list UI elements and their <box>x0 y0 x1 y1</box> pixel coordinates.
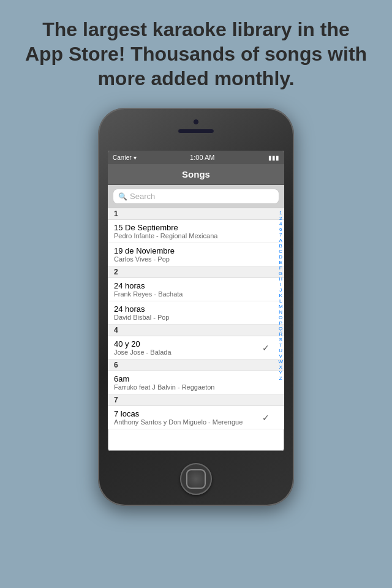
index-letter[interactable]: L <box>278 299 283 304</box>
status-time: 1:00 AM <box>190 154 214 161</box>
speaker-slot <box>178 129 214 134</box>
wifi-icon: ▾ <box>134 154 137 161</box>
phone-mockup: Carrier ▾ 1:00 AM ▮▮▮ Songs 🔍 Search <box>98 108 294 506</box>
song-title: 24 horas <box>114 304 278 314</box>
song-title: 6am <box>114 374 278 383</box>
index-letter[interactable]: W <box>278 360 283 364</box>
index-letter[interactable]: I <box>278 282 283 287</box>
section-header-1: 1 <box>108 208 284 220</box>
home-button-inner <box>186 469 206 489</box>
status-bar: Carrier ▾ 1:00 AM ▮▮▮ <box>108 151 284 164</box>
index-letter[interactable]: U <box>278 349 283 353</box>
song-list: 1 15 De Septiembre Pedro Infante - Regio… <box>108 208 284 429</box>
list-item[interactable]: 6am Farruko feat J Balvin - Reggaeton <box>108 371 284 394</box>
index-letter[interactable]: R <box>278 332 283 337</box>
index-letter[interactable]: Z <box>278 376 283 381</box>
index-letter[interactable]: 4 <box>278 222 283 227</box>
index-letter[interactable]: 2 <box>278 216 283 221</box>
phone-screen: Carrier ▾ 1:00 AM ▮▮▮ Songs 🔍 Search <box>108 151 284 451</box>
checkmark-icon: ✓ <box>262 343 270 353</box>
index-letter[interactable]: J <box>278 288 283 293</box>
index-letter[interactable]: M <box>278 304 283 309</box>
index-letter[interactable]: Q <box>278 326 283 331</box>
song-title: 24 horas <box>114 281 278 290</box>
alphabet-index[interactable]: 1 2 4 6 7 A B C D E F G H I J <box>278 208 283 451</box>
index-letter[interactable]: O <box>278 315 283 320</box>
song-subtitle: Jose Jose - Balada <box>114 349 278 356</box>
index-letter[interactable]: P <box>278 321 283 326</box>
list-item[interactable]: 7 locas Anthony Santos y Don Miguelo - M… <box>108 406 284 429</box>
index-letter[interactable]: C <box>278 249 283 254</box>
index-letter[interactable]: Y <box>278 371 283 375</box>
nav-title: Songs <box>182 169 210 179</box>
app-headline: The largest karaoke library in the App S… <box>0 0 392 103</box>
song-subtitle: Anthony Santos y Don Miguelo - Merengue <box>114 418 278 426</box>
index-letter[interactable]: B <box>278 244 283 249</box>
list-item[interactable]: 24 horas Frank Reyes - Bachata <box>108 278 284 301</box>
song-title: 40 y 20 <box>114 339 278 349</box>
section-header-6: 6 <box>108 360 284 371</box>
index-letter[interactable]: 1 <box>278 211 283 216</box>
checkmark-icon: ✓ <box>262 413 270 423</box>
section-header-7: 7 <box>108 394 284 406</box>
list-item[interactable]: 40 y 20 Jose Jose - Balada ✓ <box>108 336 284 360</box>
index-letter[interactable]: 6 <box>278 227 283 232</box>
index-letter[interactable]: G <box>278 271 283 276</box>
list-item[interactable]: 24 horas David Bisbal - Pop <box>108 301 284 325</box>
song-subtitle: Carlos Vives - Pop <box>114 255 278 263</box>
index-letter[interactable]: N <box>278 310 283 315</box>
index-letter[interactable]: X <box>278 365 283 370</box>
search-placeholder: Search <box>130 192 155 201</box>
camera-dot <box>193 119 199 125</box>
section-header-4: 4 <box>108 325 284 336</box>
index-letter[interactable]: A <box>278 238 283 243</box>
index-letter[interactable]: K <box>278 293 283 298</box>
home-button[interactable] <box>180 463 212 495</box>
song-subtitle: Farruko feat J Balvin - Reggaeton <box>114 383 278 391</box>
song-subtitle: Frank Reyes - Bachata <box>114 290 278 298</box>
index-letter[interactable]: 7 <box>278 233 283 238</box>
index-letter[interactable]: H <box>278 277 283 282</box>
list-item[interactable]: 15 De Septiembre Pedro Infante - Regiona… <box>108 220 284 243</box>
section-header-2: 2 <box>108 266 284 278</box>
song-title: 15 De Septiembre <box>114 223 278 232</box>
song-title: 7 locas <box>114 409 278 418</box>
index-letter[interactable]: T <box>278 343 283 348</box>
index-letter[interactable]: S <box>278 337 283 342</box>
search-bar[interactable]: 🔍 Search <box>113 189 279 204</box>
song-title: 19 de Noviembre <box>114 246 278 255</box>
phone-top-bar <box>98 119 294 134</box>
search-icon: 🔍 <box>118 192 127 201</box>
phone-frame: Carrier ▾ 1:00 AM ▮▮▮ Songs 🔍 Search <box>98 108 294 506</box>
battery-icon: ▮▮▮ <box>268 154 279 161</box>
navigation-bar: Songs <box>108 164 284 185</box>
list-item[interactable]: 19 de Noviembre Carlos Vives - Pop <box>108 243 284 266</box>
song-subtitle: Pedro Infante - Regional Mexicana <box>114 232 278 239</box>
index-letter[interactable]: F <box>278 266 283 271</box>
search-bar-container: 🔍 Search <box>108 185 284 208</box>
song-subtitle: David Bisbal - Pop <box>114 314 278 321</box>
carrier-label: Carrier <box>113 154 132 161</box>
status-left: Carrier ▾ <box>113 154 137 161</box>
index-letter[interactable]: V <box>278 354 283 359</box>
index-letter[interactable]: D <box>278 255 283 260</box>
screen-content: Carrier ▾ 1:00 AM ▮▮▮ Songs 🔍 Search <box>108 151 284 451</box>
song-list-area: 1 15 De Septiembre Pedro Infante - Regio… <box>108 208 284 451</box>
index-letter[interactable]: E <box>278 260 283 265</box>
